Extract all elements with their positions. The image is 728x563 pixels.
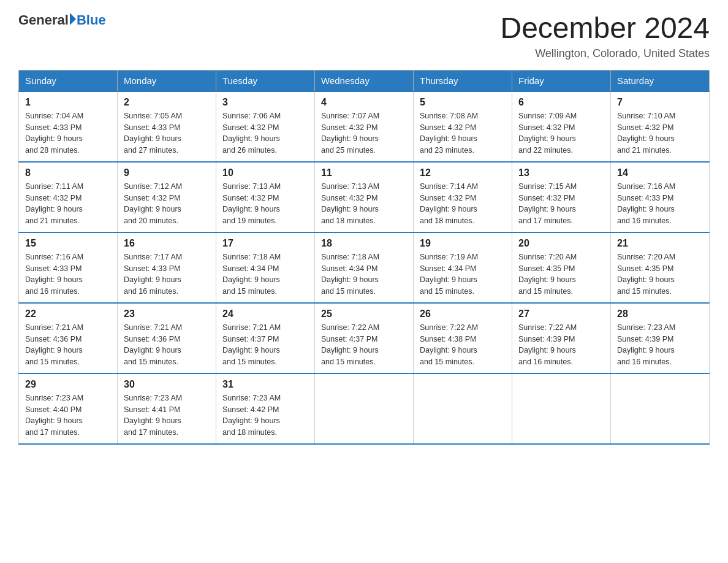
day-info: Sunrise: 7:06 AM Sunset: 4:32 PM Dayligh… [222,110,308,156]
day-info: Sunrise: 7:17 AM Sunset: 4:33 PM Dayligh… [124,251,210,297]
calendar-week-1: 1 Sunrise: 7:04 AM Sunset: 4:33 PM Dayli… [19,91,710,162]
day-number: 17 [222,238,308,249]
title-area: December 2024 Wellington, Colorado, Unit… [500,12,710,60]
header-friday: Friday [512,70,611,91]
day-info: Sunrise: 7:05 AM Sunset: 4:33 PM Dayligh… [124,110,210,156]
table-row: 3 Sunrise: 7:06 AM Sunset: 4:32 PM Dayli… [216,91,315,162]
logo-blue-word: Blue [77,12,106,28]
day-number: 24 [222,308,308,320]
table-row: 16 Sunrise: 7:17 AM Sunset: 4:33 PM Dayl… [118,232,216,303]
logo-blue-part: Blue [69,12,106,28]
day-number: 7 [617,97,703,108]
header-thursday: Thursday [414,70,512,91]
table-row: 9 Sunrise: 7:12 AM Sunset: 4:32 PM Dayli… [118,162,216,232]
table-row: 11 Sunrise: 7:13 AM Sunset: 4:32 PM Dayl… [315,162,414,232]
day-number: 13 [518,167,604,178]
table-row: 1 Sunrise: 7:04 AM Sunset: 4:33 PM Dayli… [19,91,118,162]
table-row: 27 Sunrise: 7:22 AM Sunset: 4:39 PM Dayl… [512,303,611,373]
day-number: 9 [124,167,210,178]
day-number: 19 [420,238,506,249]
table-row: 26 Sunrise: 7:22 AM Sunset: 4:38 PM Dayl… [414,303,512,373]
day-info: Sunrise: 7:22 AM Sunset: 4:39 PM Dayligh… [518,322,604,368]
header-sunday: Sunday [19,70,118,91]
table-row: 28 Sunrise: 7:23 AM Sunset: 4:39 PM Dayl… [611,303,710,373]
page-header: General Blue December 2024 Wellington, C… [18,12,710,60]
table-row: 17 Sunrise: 7:18 AM Sunset: 4:34 PM Dayl… [216,232,315,303]
day-number: 21 [617,238,703,249]
day-number: 12 [420,167,506,178]
day-number: 26 [420,308,506,320]
day-number: 22 [25,308,111,320]
day-number: 18 [321,238,407,249]
table-row: 19 Sunrise: 7:19 AM Sunset: 4:34 PM Dayl… [414,232,512,303]
day-info: Sunrise: 7:18 AM Sunset: 4:34 PM Dayligh… [222,251,308,297]
location-subtitle: Wellington, Colorado, United States [500,47,710,60]
day-number: 28 [617,308,703,320]
table-row: 4 Sunrise: 7:07 AM Sunset: 4:32 PM Dayli… [315,91,414,162]
table-row: 2 Sunrise: 7:05 AM Sunset: 4:33 PM Dayli… [118,91,216,162]
table-row: 29 Sunrise: 7:23 AM Sunset: 4:40 PM Dayl… [19,373,118,444]
day-number: 6 [518,97,604,108]
day-number: 30 [124,379,210,390]
day-number: 20 [518,238,604,249]
table-row: 14 Sunrise: 7:16 AM Sunset: 4:33 PM Dayl… [611,162,710,232]
day-number: 8 [25,167,111,178]
table-row: 24 Sunrise: 7:21 AM Sunset: 4:37 PM Dayl… [216,303,315,373]
table-row: 10 Sunrise: 7:13 AM Sunset: 4:32 PM Dayl… [216,162,315,232]
day-number: 15 [25,238,111,249]
day-info: Sunrise: 7:13 AM Sunset: 4:32 PM Dayligh… [222,181,308,227]
table-row: 5 Sunrise: 7:08 AM Sunset: 4:32 PM Dayli… [414,91,512,162]
logo-text: General Blue [18,12,106,28]
calendar-header-row: Sunday Monday Tuesday Wednesday Thursday… [19,70,710,91]
header-monday: Monday [118,70,216,91]
day-info: Sunrise: 7:21 AM Sunset: 4:37 PM Dayligh… [222,322,308,368]
day-info: Sunrise: 7:21 AM Sunset: 4:36 PM Dayligh… [25,322,111,368]
header-tuesday: Tuesday [216,70,315,91]
table-row: 8 Sunrise: 7:11 AM Sunset: 4:32 PM Dayli… [19,162,118,232]
day-info: Sunrise: 7:20 AM Sunset: 4:35 PM Dayligh… [617,251,703,297]
day-info: Sunrise: 7:18 AM Sunset: 4:34 PM Dayligh… [321,251,407,297]
day-info: Sunrise: 7:14 AM Sunset: 4:32 PM Dayligh… [420,181,506,227]
day-number: 2 [124,97,210,108]
day-number: 23 [124,308,210,320]
calendar-week-2: 8 Sunrise: 7:11 AM Sunset: 4:32 PM Dayli… [19,162,710,232]
table-row: 15 Sunrise: 7:16 AM Sunset: 4:33 PM Dayl… [19,232,118,303]
month-title: December 2024 [500,12,710,45]
day-info: Sunrise: 7:23 AM Sunset: 4:40 PM Dayligh… [25,393,111,439]
day-info: Sunrise: 7:11 AM Sunset: 4:32 PM Dayligh… [25,181,111,227]
day-info: Sunrise: 7:20 AM Sunset: 4:35 PM Dayligh… [518,251,604,297]
table-row: 20 Sunrise: 7:20 AM Sunset: 4:35 PM Dayl… [512,232,611,303]
table-row: 22 Sunrise: 7:21 AM Sunset: 4:36 PM Dayl… [19,303,118,373]
logo-general-word: General [18,12,69,28]
day-number: 29 [25,379,111,390]
calendar-week-5: 29 Sunrise: 7:23 AM Sunset: 4:40 PM Dayl… [19,373,710,444]
calendar-table: Sunday Monday Tuesday Wednesday Thursday… [18,70,710,445]
table-row: 6 Sunrise: 7:09 AM Sunset: 4:32 PM Dayli… [512,91,611,162]
day-info: Sunrise: 7:10 AM Sunset: 4:32 PM Dayligh… [617,110,703,156]
day-number: 11 [321,167,407,178]
day-info: Sunrise: 7:09 AM Sunset: 4:32 PM Dayligh… [518,110,604,156]
day-info: Sunrise: 7:15 AM Sunset: 4:32 PM Dayligh… [518,181,604,227]
calendar-week-3: 15 Sunrise: 7:16 AM Sunset: 4:33 PM Dayl… [19,232,710,303]
logo-arrow-icon [70,13,76,25]
day-info: Sunrise: 7:23 AM Sunset: 4:39 PM Dayligh… [617,322,703,368]
table-row: 30 Sunrise: 7:23 AM Sunset: 4:41 PM Dayl… [118,373,216,444]
table-row: 7 Sunrise: 7:10 AM Sunset: 4:32 PM Dayli… [611,91,710,162]
day-info: Sunrise: 7:23 AM Sunset: 4:42 PM Dayligh… [222,393,308,439]
day-info: Sunrise: 7:08 AM Sunset: 4:32 PM Dayligh… [420,110,506,156]
day-info: Sunrise: 7:12 AM Sunset: 4:32 PM Dayligh… [124,181,210,227]
table-row: 12 Sunrise: 7:14 AM Sunset: 4:32 PM Dayl… [414,162,512,232]
table-row [512,373,611,444]
day-info: Sunrise: 7:07 AM Sunset: 4:32 PM Dayligh… [321,110,407,156]
calendar-week-4: 22 Sunrise: 7:21 AM Sunset: 4:36 PM Dayl… [19,303,710,373]
day-number: 1 [25,97,111,108]
day-number: 25 [321,308,407,320]
day-number: 14 [617,167,703,178]
table-row: 21 Sunrise: 7:20 AM Sunset: 4:35 PM Dayl… [611,232,710,303]
table-row [315,373,414,444]
table-row: 25 Sunrise: 7:22 AM Sunset: 4:37 PM Dayl… [315,303,414,373]
day-info: Sunrise: 7:19 AM Sunset: 4:34 PM Dayligh… [420,251,506,297]
day-number: 10 [222,167,308,178]
header-wednesday: Wednesday [315,70,414,91]
table-row: 31 Sunrise: 7:23 AM Sunset: 4:42 PM Dayl… [216,373,315,444]
